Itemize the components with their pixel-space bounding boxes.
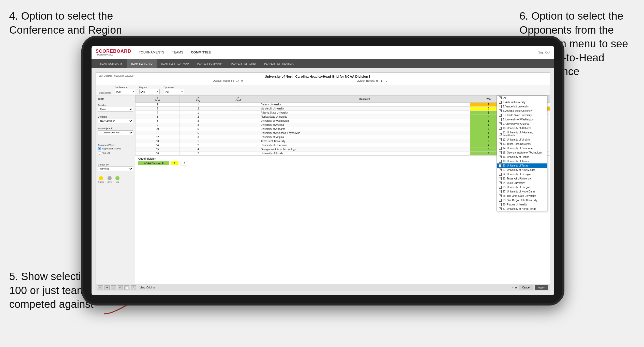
radio-top-100[interactable]: Top 100 [98,151,133,155]
table-row: 2 1 1 Auburn University 2 1 [136,103,550,107]
table-row: 13 1 Texas Tech University 3 0 [136,139,550,143]
apply-button[interactable]: Apply [535,285,548,290]
dropdown-item[interactable]: ✓24. Duke University [497,181,547,185]
logo: SCOREBOARD Powered by XYZ [96,49,139,56]
dropdown-item[interactable]: ✓27. University of Notre Dame [497,189,547,194]
division-record: Division Record: 88 - 17 - 0 [356,79,387,82]
table-row: 9 3 University of Arizona 1 0 [136,123,550,127]
dropdown-item[interactable]: ✓8. University of Washington [497,117,547,122]
paste-button[interactable]: 📋 [124,285,129,290]
subnav-team-h2h-heatmap[interactable]: TEAM H2H HEATMAP [157,59,193,68]
dropdown-item[interactable]: ✓13. Texas Tech University [497,142,547,146]
copy-button[interactable]: ⧉ [118,285,123,290]
nav-teams[interactable]: TEAMS [172,49,183,55]
main-content: Last Updated: 4/15/2024 16:55:38 Univers… [92,68,554,295]
colour-by-field: Colour by Win/loss [98,163,133,171]
dropdown-item[interactable]: ✓21. University of New Mexico [497,168,547,172]
opponent-dropdown[interactable]: ✓(All)✓2. Auburn University✓3. Vanderbil… [497,95,547,211]
dropdown-item[interactable]: ✓14. University of Oklahoma [497,146,547,150]
dropdown-item[interactable]: ✓6. Florida State University [497,113,547,117]
watch-icon: 👁 W [512,286,517,289]
conference-select[interactable]: (All) [115,89,135,94]
subnav-team-h2h-grid[interactable]: TEAM H2H GRID [127,59,157,68]
sheet-records: Overall Record: 89 - 17 - 0 Division Rec… [99,79,547,82]
nav-tournaments[interactable]: TOURNAMENTS [139,49,164,55]
division-select[interactable]: NCAA Division I [98,119,133,123]
school-select[interactable]: 1. University of Nort... [98,130,133,135]
dropdown-item[interactable]: ✓3. Vanderbilt University [497,104,547,109]
table-row: 3 2 Vanderbilt University 0 4 [136,107,550,111]
nav-signout[interactable]: Sign Out [538,51,550,54]
dropdown-item[interactable]: ✓16. University of Florida [497,155,547,159]
tablet-screen: SCOREBOARD Powered by XYZ TOURNAMENTS TE… [92,46,554,295]
toolbar-right: 👁 W Cancel Apply [512,285,548,290]
dropdown-item[interactable]: ✓12. University of Virginia [497,137,547,142]
table-row: 15 4 Georgia Institute of Technology 5 0 [136,147,550,151]
refresh-button[interactable]: ↺ [111,285,116,290]
dropdown-item[interactable]: ✓9. University of Arizona [497,122,547,126]
dropdown-item[interactable]: ✓11. University of Arkansas, Fayettevill… [497,130,547,137]
dropdown-item[interactable]: ✓18. University of Illinois [497,159,547,163]
region-filter-group: Region (All) [139,86,160,94]
subnav-player-h2h-grid[interactable]: PLAYER H2H GRID [227,59,260,68]
table-row: 11 6 University of Arkansas, Fayettevill… [136,131,550,135]
nav-committee[interactable]: COMMITTEE [191,49,211,55]
nav-items: TOURNAMENTS TEAMS COMMITTEE [139,49,538,55]
sub-nav: TEAM SUMMARY TEAM H2H GRID TEAM H2H HEAT… [92,59,554,68]
annotation-top-left: 4. Option to select the Conference and R… [9,9,141,37]
data-table[interactable]: #Rank #Reg #Conf Opponent Win Loss [135,95,550,284]
col-conf: #Conf [217,96,259,103]
dropdown-item[interactable]: ✓4. Arizona State University [497,109,547,113]
col-rank: #Rank [136,96,179,103]
table-row: 12 3 University of Virginia 1 0 [136,135,550,139]
dropdown-item[interactable]: ✓29. San Diego State University [497,198,547,202]
radio-opponents-played[interactable]: Opponents Played [98,147,133,150]
table-row: 6 2 Florida State University 4 2 [136,115,550,119]
table-row: 16 2 University of Florida 5 1 [136,151,550,156]
dropdown-item[interactable]: ✓30. Purdue University [497,202,547,207]
division-field: Division NCAA Division I [98,116,133,123]
spreadsheet-container: Last Updated: 4/15/2024 16:55:38 Univers… [96,72,550,291]
dropdown-item[interactable]: ✓10. University of Alabama [497,126,547,130]
subnav-team-summary[interactable]: TEAM SUMMARY [96,59,127,68]
school-field: School (Rank) 1. University of Nort... [98,127,133,135]
radio-group: Opponents Played Top 100 [98,147,133,155]
gender-select[interactable]: Men's [98,107,133,112]
overall-record: Overall Record: 89 - 17 - 0 [213,79,243,82]
dropdown-item[interactable]: ✓23. Texas A&M University [497,176,547,181]
view-label: View: Original [140,286,155,289]
color-down [99,176,103,180]
dropdown-item[interactable]: ✓31. University of North Florida [497,207,547,211]
opponent-view-field: Opponent View Opponents Played Top 100 [98,144,133,155]
gender-field: Gender Men's [98,104,133,112]
table-row: 4 1 Arizona State University 5 1 [136,111,550,115]
sheet-header: Last Updated: 4/15/2024 16:55:38 Univers… [96,73,550,85]
col-reg: #Reg [179,96,217,103]
cancel-button[interactable]: Cancel [519,285,533,290]
data-area: #Rank #Reg #Conf Opponent Win Loss [135,95,550,284]
table-row: 10 5 University of Alabama 3 0 [136,127,550,131]
dropdown-item[interactable]: ✓28. The Ohio State University [497,194,547,198]
out-of-division-row: NCAA Division II 1 0 [138,161,547,165]
dropdown-item[interactable]: ✓(All) [497,96,547,100]
dropdown-item[interactable]: ✓25. University of Oregon [497,185,547,189]
dropdown-item[interactable]: ✓22. University of Georgia [497,172,547,176]
conference-filter-group: Conference (All) [115,86,135,94]
undo-button[interactable]: ↩ [98,285,103,290]
dropdown-item[interactable]: ✓2. Auburn University [497,100,547,104]
colour-by-select[interactable]: Win/loss [98,166,133,171]
subnav-player-h2h-heatmap[interactable]: PLAYER H2H HEATMAP [260,59,299,68]
clock-button[interactable]: 🕐 [131,285,136,290]
redo-button[interactable]: ↪ [104,285,110,290]
region-select[interactable]: (All) [139,89,160,94]
dropdown-item[interactable]: ✓15. Georgia Institute of Technology [497,150,547,155]
dropdown-item[interactable]: ✓20. University of Texas [497,163,547,168]
opponent-select[interactable]: (All) [164,89,184,94]
bottom-toolbar: ↩ ↪ ↺ ⧉ 📋 🕐 View: Original 👁 W Cancel Ap… [96,284,550,291]
table-row: 8 2 University of Washington 1 0 [136,119,550,123]
conference-label: Conference [115,86,135,89]
table-row: 14 2 University of Oklahoma 2 2 [136,143,550,147]
out-of-division: Out of division NCAA Division II 1 0 [135,156,550,167]
subnav-player-summary[interactable]: PLAYER SUMMARY [193,59,227,68]
last-updated: Last Updated: 4/15/2024 16:55:38 [99,75,133,77]
